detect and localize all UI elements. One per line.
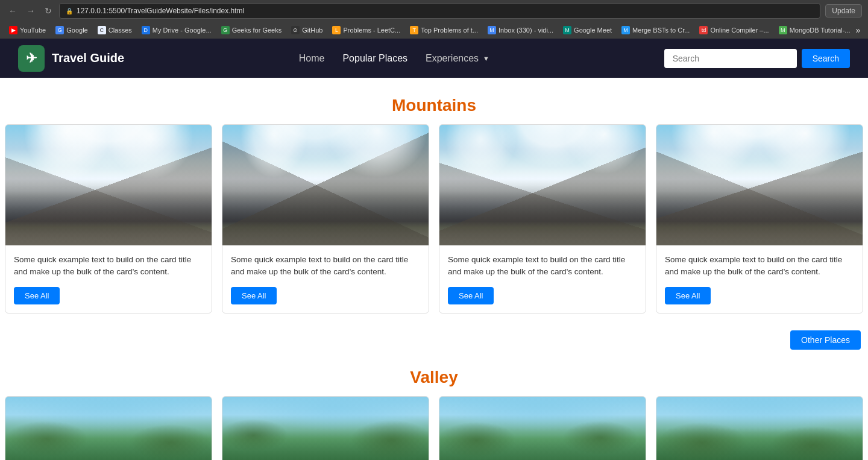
bookmark-icon: T — [410, 26, 418, 34]
other-places-button[interactable]: Other Places — [790, 330, 861, 350]
valley-card — [222, 396, 429, 461]
valley-card — [656, 396, 863, 461]
bookmark-label: Geeks for Geeks — [232, 27, 282, 34]
bookmark-icon: G — [55, 26, 64, 34]
valley-card — [5, 396, 212, 461]
bookmark-label: Online Compiler –... — [710, 27, 769, 34]
bookmark-icon: td — [699, 26, 708, 34]
mountain-card: Some quick example text to build on the … — [5, 124, 212, 313]
bookmark-item[interactable]: LProblems - LeetC... — [328, 25, 404, 36]
nav-experiences[interactable]: Experiences ▼ — [426, 53, 489, 64]
mountains-section-footer: Other Places — [0, 326, 868, 350]
search-input[interactable] — [664, 49, 797, 68]
card-body: Some quick example text to build on the … — [222, 245, 429, 313]
mountain-image — [222, 125, 429, 245]
card-body: Some quick example text to build on the … — [656, 245, 863, 313]
valley-image — [222, 397, 429, 461]
logo-icon: ✈ — [18, 45, 45, 72]
mountains-section: Mountains Some quick example text to bui… — [0, 78, 868, 350]
bookmark-item[interactable]: tdOnline Compiler –... — [695, 25, 773, 36]
card-text: Some quick example text to build on the … — [231, 254, 420, 279]
bookmark-icon: D — [142, 26, 150, 34]
bookmark-item[interactable]: TTop Problems of t... — [406, 25, 482, 36]
valley-image — [439, 397, 646, 461]
mountain-card: Some quick example text to build on the … — [656, 124, 863, 313]
security-icon: 🔒 — [66, 8, 73, 14]
bookmark-icon: G — [221, 26, 230, 34]
logo-text: Travel Guide — [52, 51, 124, 65]
bookmark-item[interactable]: ⊙GitHub — [287, 25, 327, 36]
nav-home[interactable]: Home — [299, 53, 325, 64]
see-all-button[interactable]: See All — [665, 287, 711, 304]
card-text: Some quick example text to build on the … — [448, 254, 637, 279]
bookmark-item[interactable]: MMongoDB Tutorial-... — [775, 25, 855, 36]
bookmark-icon: M — [621, 26, 630, 34]
card-body: Some quick example text to build on the … — [5, 245, 212, 313]
see-all-button[interactable]: See All — [448, 287, 494, 304]
bookmark-label: Classes — [108, 27, 132, 34]
bookmark-label: Merge BSTs to Cr... — [632, 27, 690, 34]
bookmark-item[interactable]: MMerge BSTs to Cr... — [617, 25, 694, 36]
bookmark-icon: M — [779, 26, 787, 34]
site-logo: ✈ Travel Guide — [18, 45, 124, 72]
update-button[interactable]: Update — [825, 4, 862, 17]
bookmark-icon: M — [488, 26, 496, 34]
nav-links: Home Popular Places Experiences ▼ — [299, 53, 489, 64]
forward-button[interactable]: → — [24, 5, 37, 17]
mountain-image — [439, 125, 646, 245]
chevron-down-icon: ▼ — [483, 55, 489, 62]
valley-card — [439, 396, 646, 461]
valley-cards-grid — [0, 396, 868, 461]
search-button[interactable]: Search — [802, 49, 850, 68]
bookmark-label: My Drive - Google... — [153, 27, 212, 34]
bookmark-icon: ⊙ — [291, 26, 300, 34]
bookmark-label: Top Problems of t... — [421, 27, 478, 34]
mountains-title: Mountains — [0, 78, 868, 124]
mountain-image — [656, 125, 863, 245]
bookmark-item[interactable]: ▶YouTube — [5, 25, 50, 36]
bookmark-icon: C — [98, 26, 106, 34]
url-text: 127.0.0.1:5500/TravelGuideWebsite/Files/… — [77, 7, 244, 15]
nav-search: Search — [664, 49, 850, 68]
bookmark-label: Inbox (330) - vidi... — [498, 27, 553, 34]
bookmark-label: Google Meet — [574, 27, 612, 34]
reload-button[interactable]: ↻ — [42, 5, 54, 17]
back-button[interactable]: ← — [6, 5, 19, 17]
mountain-image — [5, 125, 212, 245]
bookmark-label: MongoDB Tutorial-... — [790, 27, 851, 34]
mountains-cards-grid: Some quick example text to build on the … — [0, 124, 868, 326]
card-text: Some quick example text to build on the … — [665, 254, 854, 279]
bookmark-icon: L — [332, 26, 341, 34]
main-content: Mountains Some quick example text to bui… — [0, 78, 868, 460]
see-all-button[interactable]: See All — [14, 287, 60, 304]
bookmark-label: Google — [66, 27, 87, 34]
browser-toolbar: ← → ↻ 🔒 127.0.0.1:5500/TravelGuideWebsit… — [0, 0, 868, 22]
valley-image — [5, 397, 212, 461]
mountain-card: Some quick example text to build on the … — [222, 124, 429, 313]
bookmark-item[interactable]: GGoogle — [51, 25, 92, 36]
bookmark-item[interactable]: CClasses — [93, 25, 136, 36]
mountain-card: Some quick example text to build on the … — [439, 124, 646, 313]
bookmark-item[interactable]: DMy Drive - Google... — [137, 25, 216, 36]
valley-image — [656, 397, 863, 461]
bookmark-icon: ▶ — [9, 26, 17, 34]
more-bookmarks-icon[interactable]: » — [856, 25, 861, 35]
bookmark-label: YouTube — [20, 27, 46, 34]
address-bar[interactable]: 🔒 127.0.0.1:5500/TravelGuideWebsite/File… — [59, 3, 820, 19]
bookmark-label: GitHub — [302, 27, 322, 34]
card-text: Some quick example text to build on the … — [14, 254, 203, 279]
site-nav: ✈ Travel Guide Home Popular Places Exper… — [0, 39, 868, 78]
bookmark-label: Problems - LeetC... — [343, 27, 400, 34]
bookmark-icon: M — [563, 26, 571, 34]
bookmark-item[interactable]: MInbox (330) - vidi... — [483, 25, 558, 36]
card-body: Some quick example text to build on the … — [439, 245, 646, 313]
valley-title: Valley — [0, 350, 868, 396]
browser-chrome: ← → ↻ 🔒 127.0.0.1:5500/TravelGuideWebsit… — [0, 0, 868, 39]
see-all-button[interactable]: See All — [231, 287, 277, 304]
bookmark-item[interactable]: MGoogle Meet — [559, 25, 616, 36]
nav-popular-places[interactable]: Popular Places — [342, 53, 407, 64]
bookmarks-bar: ▶YouTubeGGoogleCClassesDMy Drive - Googl… — [0, 22, 868, 39]
bookmark-item[interactable]: GGeeks for Geeks — [217, 25, 286, 36]
valley-section: Valley — [0, 350, 868, 461]
